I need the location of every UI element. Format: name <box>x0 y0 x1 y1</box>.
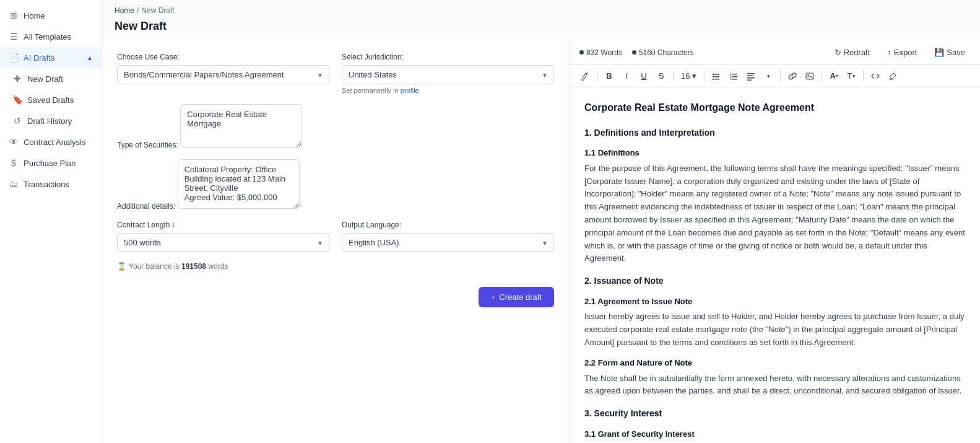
section-1-1-body: For the purpose of this Agreement, the f… <box>584 162 965 265</box>
redraft-button[interactable]: ↻ Redraft <box>830 45 875 59</box>
sidebar-item-transactions-label: Transactions <box>24 180 69 189</box>
section-3-heading: 3. Security Interest <box>584 406 965 420</box>
output-language-select[interactable]: English (USA) English (UK) Spanish Frenc… <box>342 233 554 252</box>
jurisdiction-select[interactable]: United States United Kingdom Canada <box>342 65 554 84</box>
image-icon <box>805 72 814 81</box>
export-button[interactable]: ↑ Export <box>882 45 922 59</box>
sidebar-item-new-draft[interactable]: ✚ New Draft <box>0 68 102 89</box>
section-2-1-body: Issuer hereby agrees to issue and sell t… <box>584 310 965 349</box>
save-label: Save <box>947 48 965 57</box>
securities-textarea[interactable]: Corporate Real Estate Mortgage <box>180 104 302 147</box>
link-button[interactable] <box>784 69 800 83</box>
align-chevron[interactable]: ▾ <box>760 71 776 82</box>
code-button[interactable] <box>867 69 883 83</box>
underline-button[interactable]: U <box>636 69 652 83</box>
create-draft-button[interactable]: + Create draft <box>479 287 554 307</box>
number-list-button[interactable]: 1.2.3. <box>726 69 742 83</box>
use-case-jurisdiction-row: Choose Use Case: Bonds/Commercial Papers… <box>117 53 554 94</box>
main-content: Home / New Draft New Draft Choose Use Ca… <box>102 0 980 443</box>
svg-rect-8 <box>732 74 737 75</box>
balance-icon: ⌛ <box>117 262 126 271</box>
use-case-select-wrapper: Bonds/Commercial Papers/Notes Agreement … <box>117 65 329 84</box>
chevron-up-icon: ▲ <box>87 55 93 61</box>
bold-button[interactable]: B <box>601 69 617 83</box>
code-icon <box>871 72 880 81</box>
jurisdiction-label: Select Jurisdiction: <box>342 53 554 61</box>
breadcrumb-home-link[interactable]: Home <box>115 6 134 15</box>
use-case-select[interactable]: Bonds/Commercial Papers/Notes Agreement … <box>117 65 329 84</box>
svg-rect-15 <box>747 77 755 79</box>
sidebar-item-purchase-plan-label: Purchase Plan <box>24 159 76 168</box>
font-color-button[interactable]: A▾ <box>826 69 842 83</box>
fmt-sep-1 <box>597 71 597 82</box>
profile-link[interactable]: profile <box>401 87 419 94</box>
sidebar-item-ai-drafts-label: AI Drafts <box>24 53 55 63</box>
sidebar-item-all-templates-label: All Templates <box>24 32 71 42</box>
sidebar-item-contract-analysis[interactable]: 👁 Contract Analysis <box>0 131 102 152</box>
svg-rect-16 <box>747 79 752 81</box>
italic-button[interactable]: I <box>618 69 635 83</box>
text-style-icon: T <box>848 71 852 81</box>
contract-length-select-wrapper: 500 words 1000 words 2000 words 5000 wor… <box>117 233 329 252</box>
redraft-label: Redraft <box>844 48 870 57</box>
word-count-label: 832 Words <box>586 48 622 57</box>
breadcrumb: Home / New Draft <box>102 0 980 19</box>
section-1-heading: 1. Definitions and Interpretation <box>584 126 965 139</box>
sidebar-item-all-templates[interactable]: ☰ All Templates <box>0 26 102 47</box>
fmt-sep-3 <box>704 71 705 82</box>
plus-icon: + <box>491 292 496 302</box>
new-draft-icon: ✚ <box>12 74 22 84</box>
svg-rect-13 <box>747 73 755 74</box>
section-1-1-heading: 1.1 Definitions <box>584 147 965 160</box>
number-list-icon: 1.2.3. <box>729 72 738 81</box>
bookmark-icon: 🔖 <box>12 95 22 105</box>
sidebar-item-transactions[interactable]: 🗂 Transactions <box>0 173 102 195</box>
font-color-icon: A <box>830 71 835 81</box>
font-size-button[interactable]: 16 ▾ <box>677 69 700 83</box>
redraft-icon: ↻ <box>835 48 841 57</box>
bullet-list-button[interactable] <box>708 69 724 83</box>
sidebar-item-home[interactable]: ⊞ Home <box>0 5 102 26</box>
align-button[interactable] <box>743 69 759 83</box>
doc-toolbar: 832 Words 5160 Characters ↻ Redraft ↑ Ex… <box>570 40 980 65</box>
fmt-sep-6 <box>863 71 864 82</box>
text-style-button[interactable]: T▾ <box>843 69 859 83</box>
additional-label: Additional details: <box>117 202 175 211</box>
form-panel: Choose Use Case: Bonds/Commercial Papers… <box>102 40 570 443</box>
svg-rect-6 <box>714 79 719 80</box>
format-toolbar: B I U S 16 ▾ 1.2.3. ▾ <box>570 65 980 87</box>
sidebar-item-draft-history[interactable]: ↺ Draft History <box>0 110 102 131</box>
output-language-group: Output Language: English (USA) English (… <box>342 221 554 252</box>
doc-content[interactable]: Corporate Real Estate Mortgage Note Agre… <box>570 87 980 443</box>
create-draft-label: Create draft <box>499 292 542 302</box>
font-color-chevron: ▾ <box>836 73 838 79</box>
securities-label: Type of Securities: <box>117 141 178 149</box>
additional-textarea[interactable]: Collateral Property: Office Building loc… <box>178 159 300 209</box>
section-2-2-heading: 2.2 Form and Nature of Note <box>584 357 965 370</box>
home-icon: ⊞ <box>9 11 19 20</box>
image-button[interactable] <box>802 69 818 83</box>
contract-length-group: Contract Length ℹ 500 words 1000 words 2… <box>117 221 329 252</box>
link-icon <box>788 72 797 81</box>
jurisdiction-select-wrapper: United States United Kingdom Canada ▼ <box>342 65 554 84</box>
sidebar-item-home-label: Home <box>24 11 45 20</box>
sidebar-item-purchase-plan[interactable]: $ Purchase Plan <box>0 152 102 173</box>
additional-details-group: Additional details: Collateral Property:… <box>117 159 554 211</box>
svg-text:3.: 3. <box>730 77 732 81</box>
highlight-button[interactable] <box>885 69 901 83</box>
magic-wand-button[interactable] <box>577 69 593 83</box>
fmt-sep-4 <box>780 71 781 82</box>
list-icon: ☰ <box>9 32 19 42</box>
balance-value: 191508 <box>181 262 206 271</box>
sidebar-item-new-draft-label: New Draft <box>27 74 63 84</box>
eye-icon: 👁 <box>9 137 19 147</box>
strikethrough-button[interactable]: S <box>653 69 669 83</box>
save-button[interactable]: 💾 Save <box>929 45 970 59</box>
breadcrumb-sep: / <box>137 6 139 15</box>
sidebar-item-ai-drafts[interactable]: 📄 AI Drafts ▲ <box>0 47 102 68</box>
jurisdiction-group: Select Jurisdiction: United States Unite… <box>342 53 554 94</box>
sidebar-item-saved-drafts[interactable]: 🔖 Saved Drafts <box>0 89 102 110</box>
char-count-dot <box>632 50 636 55</box>
doc-actions: ↻ Redraft ↑ Export 💾 Save <box>830 45 970 59</box>
contract-length-select[interactable]: 500 words 1000 words 2000 words 5000 wor… <box>117 233 329 252</box>
